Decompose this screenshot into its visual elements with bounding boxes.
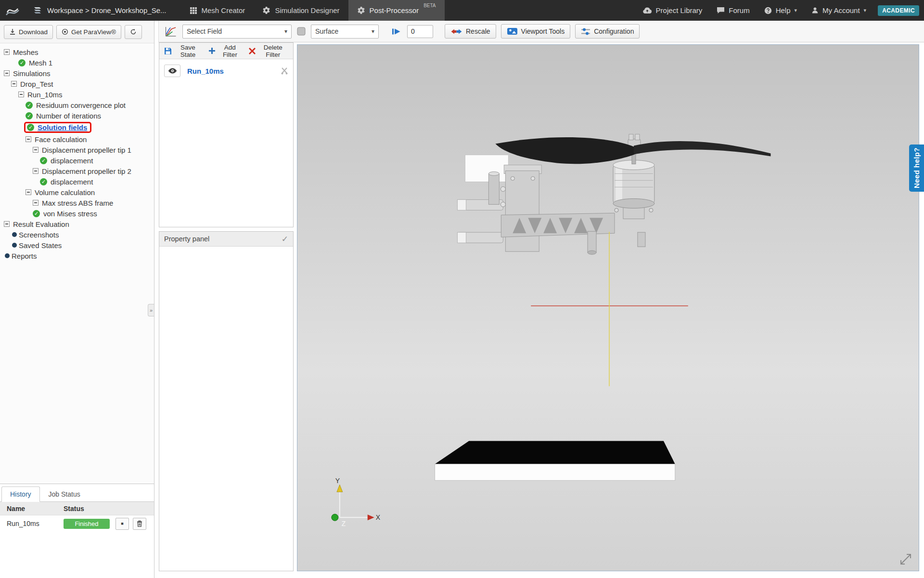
viewport-3d[interactable]: Y X Z [297,44,919,571]
postprocessor-toolbar: Select Field ▾ Surface ▾ Rescale Viewpor… [158,21,924,42]
tree-item-von-mises-stress[interactable]: von Mises stress [0,208,154,219]
tab-label: Mesh Creator [202,6,245,14]
tree-item-displacement-propeller-tip-1[interactable]: Displacement propeller tip 1 [0,144,154,155]
question-icon [764,7,772,14]
menu-help[interactable]: Help▾ [764,6,797,14]
stop-job-button[interactable]: ■ [116,518,129,530]
save-icon [164,47,172,55]
step-forward-button[interactable] [390,26,402,37]
download-button[interactable]: Download [4,25,53,39]
tree-item-label: Number of iterations [36,112,101,120]
tree-item-displacement[interactable]: displacement [0,155,154,166]
tree-item-solution-fields[interactable]: Solution fields [0,121,154,134]
tab-job-status[interactable]: Job Status [40,486,89,501]
tree-item-displacement-propeller-tip-2[interactable]: Displacement propeller tip 2 [0,166,154,176]
dot-icon [12,232,17,237]
collapse-icon[interactable] [33,200,38,206]
tree-item-result-evaluation[interactable]: Result Evaluation [0,219,154,229]
tree-item-drop-test[interactable]: Drop_Test [0,79,154,89]
frame-input[interactable] [407,25,433,38]
tree-item-screenshots[interactable]: Screenshots [0,229,154,240]
tab-simulation-designer[interactable]: Simulation Designer [254,0,348,21]
tree-item-mesh-1[interactable]: Mesh 1 [0,57,154,68]
collapse-icon[interactable] [18,92,24,97]
collapse-icon[interactable] [11,81,17,87]
user-icon [811,7,819,14]
visibility-toggle[interactable] [164,65,180,77]
refresh-button[interactable] [125,25,142,39]
tab-post-processor[interactable]: Post-ProcessorBETA [348,0,445,21]
viewport-3d-scene[interactable]: Y X Z [297,45,919,571]
jobs-panel: History Job Status Name Status Run_10msF… [0,484,154,578]
collapse-icon[interactable] [26,136,31,142]
collapse-icon[interactable] [4,221,10,227]
add-filter-button[interactable]: Add Filter [205,42,245,60]
field-select[interactable]: Select Field ▾ [182,25,292,39]
viewport-tools-icon [507,27,518,35]
tree-item-volume-calculation[interactable]: Volume calculation [0,187,154,197]
z-axis-sphere [332,514,338,521]
menu-label: Help [776,6,791,14]
menu-forum[interactable]: Forum [717,6,749,14]
module-tabs: Mesh CreatorSimulation DesignerPost-Proc… [181,0,445,21]
x-axis-arrow [368,514,374,520]
job-row: Run_10msFinished■ [0,515,154,532]
collapse-icon[interactable] [26,189,31,195]
tree-item-number-of-iterations[interactable]: Number of iterations [0,110,154,121]
filter-item[interactable]: Run_10ms [159,63,293,79]
tree-item-meshes[interactable]: Meshes [0,47,154,57]
tree-item-label: Screenshots [19,231,59,239]
tree-item-displacement[interactable]: displacement [0,176,154,187]
tree-item-label: Drop_Test [20,80,53,88]
project-tree: MeshesMesh 1SimulationsDrop_TestRun_10ms… [0,43,154,484]
collapse-icon[interactable] [33,168,38,174]
rescale-icon [450,28,462,35]
get-paraview-button[interactable]: Get ParaView® [56,25,121,39]
tree-item-max-stress-abs-frame[interactable]: Max stress ABS frame [0,197,154,208]
rescale-button[interactable]: Rescale [445,24,496,39]
save-state-button[interactable]: Save State [161,42,205,60]
workspace-breadcrumb[interactable]: Workspace > Drone_Workshop_Se... [25,0,174,21]
unlink-icon [281,67,288,75]
check-icon [40,178,47,185]
need-help-tab[interactable]: Need help? [909,144,924,192]
tree-item-saved-states[interactable]: Saved States [0,240,154,250]
check-icon [27,124,34,131]
viewport-tools-button[interactable]: Viewport Tools [501,24,571,39]
field-select-value: Select Field [187,27,222,35]
add-filter-label: Add Filter [218,44,242,58]
tab-history[interactable]: History [1,486,40,502]
orientation-axes: Y X Z [332,477,381,527]
tree-item-run-10ms[interactable]: Run_10ms [0,89,154,100]
tree-item-label: von Mises stress [43,210,97,218]
colormap-button[interactable] [164,25,178,38]
app-logo[interactable] [4,2,21,19]
collapse-icon[interactable] [4,70,10,76]
sidebar-collapse-handle[interactable]: » [148,304,154,316]
selection-highlight-box: Solution fields [24,122,91,133]
surface-representation-icon [296,26,306,36]
propeller-right-blade [634,141,771,157]
collapse-icon[interactable] [33,147,38,153]
delete-filter-button[interactable]: Delete Filter [246,42,291,60]
grid-icon [190,7,197,14]
tree-item-label: Displacement propeller tip 2 [42,167,131,175]
job-status-badge: Finished [64,519,110,529]
menu-project-library[interactable]: Project Library [642,6,703,14]
menu-my-account[interactable]: My Account▾ [811,6,866,14]
tree-item-residuum-convergence-plot[interactable]: Residuum convergence plot [0,100,154,110]
configuration-button[interactable]: Configuration [575,24,640,39]
plan-badge: ACADEMIC [878,5,919,16]
collapse-icon[interactable] [4,49,10,55]
delete-job-button[interactable] [133,518,146,530]
top-right-menu: Project LibraryForumHelp▾My Account▾ [642,6,867,14]
tree-item-simulations[interactable]: Simulations [0,68,154,79]
representation-select[interactable]: Surface ▾ [311,25,379,39]
tree-item-label: Reports [12,252,37,260]
tree-item-reports[interactable]: Reports [0,250,154,261]
tab-mesh-creator[interactable]: Mesh Creator [181,0,254,21]
apply-check-icon[interactable]: ✓ [282,234,288,244]
tree-item-face-calculation[interactable]: Face calculation [0,134,154,144]
viewport-resize-icon[interactable] [901,554,911,564]
tree-item-label: Saved States [19,241,62,250]
